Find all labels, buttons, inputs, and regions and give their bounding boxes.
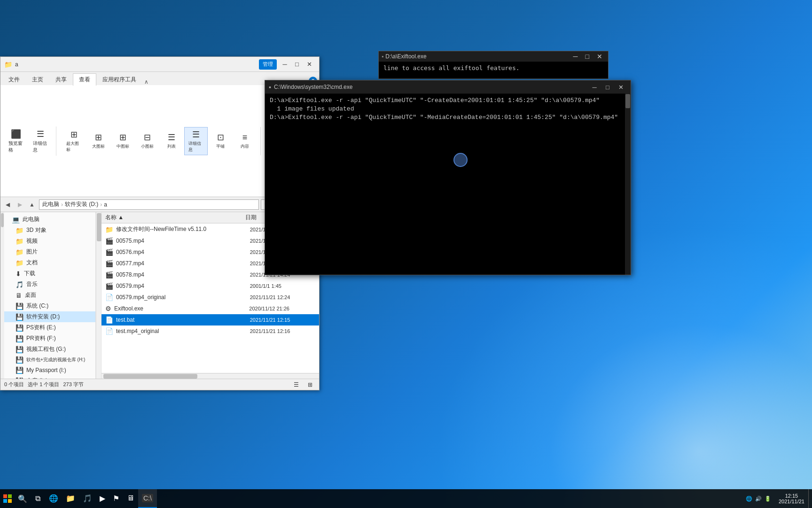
tab-file[interactable]: 文件 [2,73,26,86]
file-item-testmp4orig[interactable]: 📄 test.mp4_original 2021/11/21 12:16 [102,325,319,337]
medium-icon-btn[interactable]: ⊞ 中图标 [111,127,134,155]
sidebar-item-f[interactable]: 💾 PR资料 (F:) [4,333,95,344]
nav-forward[interactable]: ▶ [15,199,25,210]
show-desktop-btn[interactable] [808,489,812,508]
sidebar-item-pictures[interactable]: 📁 图片 [4,246,95,257]
cmd-body[interactable]: D:\a>Exiftool.exe -r -api "QuickTimeUTC"… [265,94,631,275]
taskbar-media[interactable]: ▶ [96,489,109,508]
file-item-exiftool[interactable]: ⚙ Exiftool.exe 2020/11/12 21:26 [102,303,319,314]
sidebar-item-l[interactable]: 💾 仓库 (L:) [4,375,95,379]
tray-sound[interactable]: 🔊 [755,496,762,502]
file-item-00579orig[interactable]: 📄 00579.mp4_original 2021/11/21 12:24 [102,292,319,303]
tab-share[interactable]: 共享 [49,73,73,86]
tab-home[interactable]: 主页 [26,73,49,86]
sidebar-resize-handle[interactable] [96,212,102,379]
cmd-taskbar-icon: C:\ [142,494,153,502]
svg-rect-2 [3,499,7,503]
col-header-name[interactable]: 名称 ▲ [105,214,245,222]
sidebar-item-desktop[interactable]: 🖥 桌面 [4,290,95,301]
sidebar-item-3d[interactable]: 📁 3D 对象 [4,225,95,236]
sidebar-item-video[interactable]: 📁 视频 [4,236,95,246]
cmd-bg-maximize[interactable]: □ [583,53,592,60]
ribbon-layout-group: ⊞ 超大图标 ⊞ 大图标 ⊞ 中图标 ⊟ 小图标 ☰ 列表 [62,127,261,155]
explorer-taskbar-icon: 📁 [66,494,75,503]
explorer-maximize[interactable]: □ [291,59,303,70]
explorer-minimize[interactable]: ─ [279,59,291,70]
details-pane-btn[interactable]: ☰ 详细信息 [29,127,52,156]
taskbar-cmd[interactable]: C:\ [138,489,157,508]
path-drive[interactable]: 软件安装 (D:) [65,200,98,208]
path-computer[interactable]: 此电脑 [42,200,59,208]
sidebar-item-h[interactable]: 💾 软件包+完成的视频仓库 (H:) [4,355,95,365]
extra-large-icon-btn[interactable]: ⊞ 超大图标 [62,127,86,155]
sidebar-item-c[interactable]: 💾 系统 (C:) [4,301,95,311]
cmd-bg-close[interactable]: ✕ [594,53,605,60]
edge-icon: 🌐 [49,494,58,503]
cmd-minimize[interactable]: ─ [588,82,601,92]
search-taskbar[interactable]: 🔍 [15,489,30,508]
tray-battery[interactable]: 🔋 [765,496,771,502]
explorer-title-icon: 📁 [4,61,12,68]
computer-label: 此电脑 [23,215,39,223]
tab-app-tools[interactable]: 应用程序工具 [96,73,142,86]
cmd-scroll-thumb[interactable] [625,94,630,108]
details-btn[interactable]: ☰ 详细信息 [184,127,208,155]
file-item-testbat[interactable]: 📄 test.bat 2021/11/21 12:15 [102,314,319,325]
taskbar-something[interactable]: 🎵 [79,489,96,508]
sidebar-item-downloads[interactable]: ⬇ 下载 [4,268,95,279]
tab-view[interactable]: 查看 [73,73,96,86]
explorer-close[interactable]: ✕ [303,59,315,70]
nav-up[interactable]: ▲ [27,199,37,210]
cmd-scrollbar[interactable] [625,94,631,275]
sidebar-item-docs[interactable]: 📁 文档 [4,257,95,268]
list-btn[interactable]: ☰ 列表 [160,127,183,155]
cmd-bg-minimize[interactable]: ─ [570,53,581,60]
downloads-label: 下载 [24,270,35,278]
ribbon-collapse[interactable]: ∧ [142,79,150,85]
small-icon-btn[interactable]: ⊟ 小图标 [135,127,159,155]
sidebar-vert-scroll[interactable] [97,213,102,241]
tile-icon: ⊡ [217,132,224,143]
sidebar-item-d[interactable]: 💾 软件安装 (D:) [4,311,95,322]
task-view-btn[interactable]: ⧉ [30,489,45,508]
tray-network[interactable]: 🌐 [746,496,752,502]
nav-back[interactable]: ◀ [2,199,13,210]
manage-tab-button[interactable]: 管理 [259,59,277,70]
content-btn[interactable]: ≡ 内容 [233,127,257,155]
taskbar-edge[interactable]: 🌐 [45,489,62,508]
path-folder[interactable]: a [104,201,107,208]
sidebar-scroll-thumb[interactable] [1,213,4,227]
cmd-window-background[interactable]: ▪ D:\a\Exiftool.exe ─ □ ✕ line to access… [378,51,609,79]
horizontal-scrollbar[interactable] [102,373,319,379]
sidebar-item-e[interactable]: 💾 PS资料 (E:) [4,322,95,333]
address-path[interactable]: 此电脑 › 软件安装 (D:) › a [39,199,259,210]
cmd-main-window[interactable]: ▪ C:\Windows\system32\cmd.exe ─ □ ✕ D:\a… [265,80,631,275]
large-icon-btn[interactable]: ⊞ 大图标 [86,127,110,155]
3d-icon: 📁 [16,227,23,234]
00579-date: 2001/1/1 1:45 [250,283,315,289]
view-list-btn[interactable]: ☰ [291,380,301,390]
windows-logo-icon [3,494,12,503]
preview-pane-btn[interactable]: ⬛ 预览窗格 [4,127,28,156]
clock-time: 12:15 [779,493,804,499]
h-scroll-thumb[interactable] [103,374,197,379]
sidebar-item-computer[interactable]: 💻 此电脑 [4,214,95,225]
taskbar-clock[interactable]: 12:15 2021/11/21 [775,493,808,504]
drive-h-icon: 💾 [16,356,23,364]
drive-h-label: 软件包+完成的视频仓库 (H:) [26,357,85,363]
preview-icon: ⬛ [11,129,21,139]
sidebar-item-i[interactable]: 💾 My Passport (I:) [4,365,95,375]
taskbar-flag[interactable]: ⚑ [109,489,123,508]
tile-btn[interactable]: ⊡ 平铺 [209,127,232,155]
drive-c-icon: 💾 [16,302,23,310]
sidebar-item-g[interactable]: 💾 视频工程包 (G:) [4,344,95,355]
cmd-line-3: D:\a>Exiftool.exe -r -api "QuickTimeUTC"… [270,113,626,122]
sidebar-item-music[interactable]: 🎵 音乐 [4,279,95,290]
taskbar-control-panel[interactable]: 🖥 [123,489,138,508]
start-button[interactable] [0,489,15,508]
view-grid-btn[interactable]: ⊞ [305,380,315,390]
file-item-00579[interactable]: 🎬 00579.mp4 2001/1/1 1:45 [102,280,319,292]
taskbar-explorer[interactable]: 📁 [62,489,79,508]
cmd-maximize[interactable]: □ [601,82,614,92]
cmd-close[interactable]: ✕ [615,82,627,92]
